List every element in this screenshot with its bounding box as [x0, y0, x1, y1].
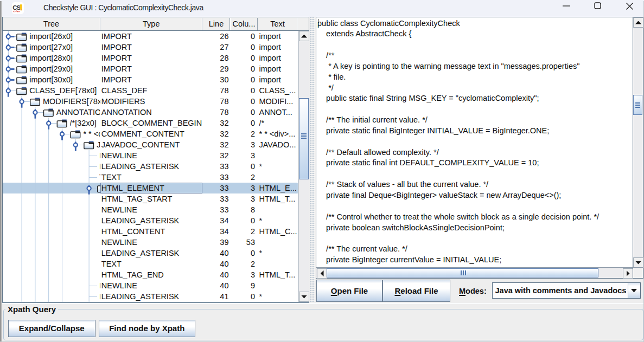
svg-text:CS: CS — [12, 4, 21, 11]
